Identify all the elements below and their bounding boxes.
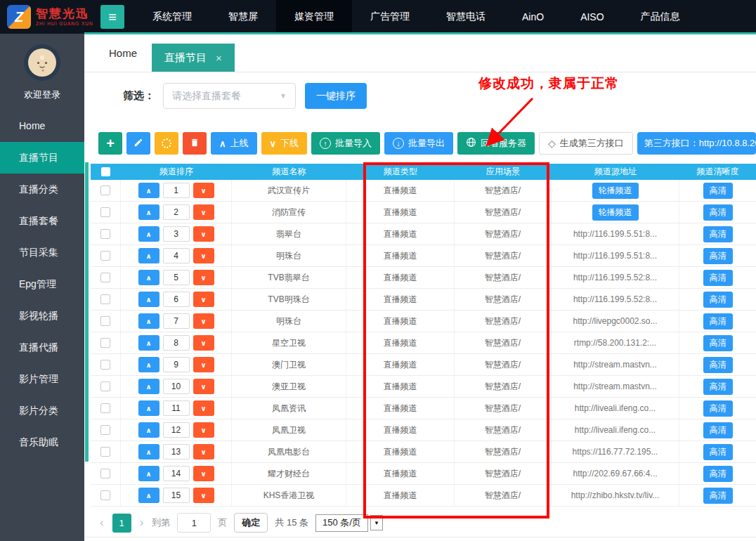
row-checkbox[interactable] [100, 382, 110, 391]
third-party-api-url[interactable]: 第三方接口：http://10.8.8.200/ZHGXTV/Public [637, 132, 756, 155]
move-down-button[interactable]: ∨ [193, 270, 214, 285]
move-down-button[interactable]: ∨ [193, 183, 214, 198]
row-checkbox[interactable] [100, 338, 110, 348]
row-checkbox[interactable] [100, 469, 110, 478]
move-up-button[interactable]: ∧ [138, 379, 159, 394]
order-input[interactable] [163, 422, 190, 438]
sidebar-item[interactable]: 影片管理 [0, 363, 84, 395]
hd-badge[interactable]: 高清 [703, 444, 733, 460]
move-down-button[interactable]: ∨ [193, 444, 214, 459]
row-checkbox[interactable] [100, 316, 110, 326]
move-down-button[interactable]: ∨ [193, 335, 214, 351]
move-down-button[interactable]: ∨ [193, 248, 214, 263]
content-scrollbar[interactable] [85, 162, 89, 462]
order-input[interactable] [163, 379, 190, 394]
hd-badge[interactable]: 高清 [703, 313, 733, 330]
order-input[interactable] [163, 444, 190, 459]
hd-badge[interactable]: 高清 [703, 183, 733, 199]
one-key-sort-button[interactable]: 一键排序 [305, 83, 367, 109]
order-input[interactable] [163, 292, 190, 307]
order-input[interactable] [163, 466, 190, 481]
goto-page-input[interactable] [177, 513, 211, 533]
generate-api-button[interactable]: ◇生成第三方接口 [539, 132, 633, 155]
delete-button[interactable] [183, 132, 207, 155]
move-down-button[interactable]: ∨ [193, 422, 214, 438]
hd-badge[interactable]: 高清 [703, 270, 733, 286]
add-button[interactable]: + [98, 132, 122, 155]
tab-live-programs[interactable]: 直播节目 × [152, 44, 235, 72]
edit-button[interactable] [126, 132, 150, 155]
order-input[interactable] [163, 488, 190, 503]
row-checkbox[interactable] [100, 251, 110, 261]
top-nav-item[interactable]: 智慧屏 [210, 0, 276, 34]
hd-badge[interactable]: 高清 [703, 226, 733, 242]
row-checkbox[interactable] [100, 490, 110, 500]
row-checkbox[interactable] [100, 185, 110, 195]
select-all-checkbox[interactable] [101, 167, 110, 176]
dropdown-arrow-icon[interactable]: ▼ [370, 515, 383, 530]
move-down-button[interactable]: ∨ [193, 379, 214, 394]
package-select[interactable]: 请选择直播套餐 ▼ [163, 83, 296, 109]
row-checkbox[interactable] [100, 447, 110, 457]
move-down-button[interactable]: ∨ [193, 357, 214, 372]
move-down-button[interactable]: ∨ [193, 204, 214, 220]
move-up-button[interactable]: ∧ [138, 248, 159, 263]
move-up-button[interactable]: ∧ [138, 183, 159, 198]
move-down-button[interactable]: ∨ [193, 466, 214, 481]
order-input[interactable] [163, 183, 190, 198]
order-input[interactable] [163, 226, 190, 242]
prev-page-icon[interactable]: ‹ [98, 516, 105, 530]
order-input[interactable] [163, 357, 190, 372]
online-button[interactable]: ∧上线 [211, 132, 257, 155]
move-up-button[interactable]: ∧ [138, 292, 159, 307]
row-checkbox[interactable] [100, 273, 110, 282]
menu-toggle-icon[interactable]: ≡ [100, 5, 124, 29]
confirm-button[interactable]: 确定 [234, 513, 268, 533]
move-down-button[interactable]: ∨ [193, 400, 214, 416]
hd-badge[interactable]: 高清 [703, 335, 733, 351]
hd-badge[interactable]: 高清 [703, 379, 733, 395]
sidebar-item[interactable]: 影片分类 [0, 395, 84, 426]
order-input[interactable] [163, 204, 190, 220]
top-nav-item[interactable]: AISO [562, 0, 622, 34]
move-up-button[interactable]: ∧ [138, 488, 159, 503]
top-nav-item[interactable]: 系统管理 [134, 0, 210, 34]
hd-badge[interactable]: 高清 [703, 248, 733, 264]
row-checkbox[interactable] [100, 425, 110, 435]
move-up-button[interactable]: ∧ [138, 466, 159, 481]
row-checkbox[interactable] [100, 360, 110, 370]
sidebar-item[interactable]: 直播套餐 [0, 205, 84, 237]
move-up-button[interactable]: ∧ [138, 270, 159, 285]
row-checkbox[interactable] [100, 294, 110, 304]
move-up-button[interactable]: ∧ [138, 335, 159, 351]
sidebar-item[interactable]: 节目采集 [0, 237, 84, 268]
row-checkbox[interactable] [100, 403, 110, 413]
hd-badge[interactable]: 高清 [703, 488, 733, 504]
top-nav-item[interactable]: AinO [504, 0, 562, 34]
move-down-button[interactable]: ∨ [193, 226, 214, 242]
hd-badge[interactable]: 高清 [703, 466, 733, 482]
sidebar-item[interactable]: 直播分类 [0, 174, 84, 205]
order-input[interactable] [163, 313, 190, 329]
carousel-channel-button[interactable]: 轮播频道 [592, 183, 639, 199]
row-checkbox[interactable] [100, 229, 110, 239]
move-up-button[interactable]: ∧ [138, 400, 159, 416]
sidebar-item[interactable]: 影视轮播 [0, 300, 84, 332]
order-input[interactable] [163, 270, 190, 285]
move-up-button[interactable]: ∧ [138, 204, 159, 220]
replay-server-button[interactable]: 回看服务器 [457, 132, 535, 155]
sidebar-item[interactable]: 直播代播 [0, 332, 84, 363]
move-up-button[interactable]: ∧ [138, 226, 159, 242]
page-size-select[interactable]: 150 条/页 ▼ [315, 514, 383, 532]
refresh-button[interactable] [155, 132, 178, 155]
move-down-button[interactable]: ∨ [193, 488, 214, 503]
move-down-button[interactable]: ∨ [193, 292, 214, 307]
next-page-icon[interactable]: › [138, 516, 145, 530]
hd-badge[interactable]: 高清 [703, 400, 733, 417]
hd-badge[interactable]: 高清 [703, 292, 733, 308]
hd-badge[interactable]: 高清 [703, 204, 733, 221]
sidebar-item[interactable]: Epg管理 [0, 268, 84, 300]
order-input[interactable] [163, 335, 190, 351]
sidebar-item[interactable]: 直播节目 [0, 142, 84, 174]
move-up-button[interactable]: ∧ [138, 357, 159, 372]
